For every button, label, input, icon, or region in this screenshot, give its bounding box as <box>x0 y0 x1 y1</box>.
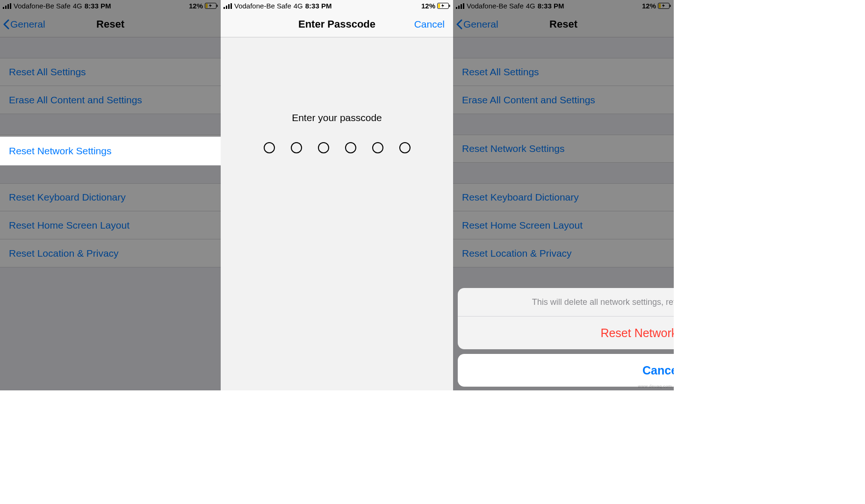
cell-label: Reset All Settings <box>9 66 86 78</box>
cell-reset-location-privacy[interactable]: Reset Location & Privacy <box>453 239 674 267</box>
cell-erase-all-content[interactable]: Erase All Content and Settings <box>0 86 221 114</box>
action-sheet-message: This will delete all network settings, r… <box>458 288 674 317</box>
cell-reset-network-settings[interactable]: Reset Network Settings <box>453 135 674 163</box>
cell-label: Reset All Settings <box>462 66 539 78</box>
svg-rect-0 <box>3 7 4 9</box>
cell-erase-all-content[interactable]: Erase All Content and Settings <box>453 86 674 114</box>
svg-rect-9 <box>228 4 230 9</box>
battery-icon <box>205 3 218 9</box>
passcode-dot[interactable] <box>399 142 411 153</box>
screen-enter-passcode: Vodafone-Be Safe 4G 8:33 PM 12% Enter Pa… <box>221 0 453 390</box>
svg-rect-5 <box>217 5 218 7</box>
nav-bar: Enter Passcode Cancel <box>221 12 453 37</box>
status-connection: 4G <box>526 2 535 10</box>
status-battery-pct: 12% <box>189 2 203 10</box>
nav-cancel-button[interactable]: Cancel <box>414 19 445 30</box>
status-bar: Vodafone-Be Safe 4G 8:33 PM 12% <box>0 0 221 12</box>
svg-rect-16 <box>461 4 462 9</box>
status-time: 8:33 PM <box>305 2 332 10</box>
svg-rect-6 <box>206 4 208 8</box>
passcode-dot[interactable] <box>345 142 356 153</box>
action-sheet-cancel-button[interactable]: Cancel <box>458 354 674 387</box>
cell-reset-home-screen-layout[interactable]: Reset Home Screen Layout <box>0 211 221 239</box>
battery-icon <box>658 3 671 9</box>
svg-rect-3 <box>10 3 11 9</box>
cell-reset-location-privacy[interactable]: Reset Location & Privacy <box>0 239 221 267</box>
cell-reset-all-settings[interactable]: Reset All Settings <box>453 58 674 86</box>
signal-icon <box>456 3 464 9</box>
signal-icon <box>223 3 232 9</box>
signal-icon <box>3 3 11 9</box>
status-time: 8:33 PM <box>538 2 564 10</box>
status-bar: Vodafone-Be Safe 4G 8:33 PM 12% <box>453 0 674 12</box>
svg-rect-19 <box>670 5 671 7</box>
svg-rect-13 <box>438 4 440 8</box>
status-connection: 4G <box>73 2 82 10</box>
svg-rect-7 <box>223 7 225 9</box>
passcode-dot[interactable] <box>318 142 329 153</box>
battery-icon <box>437 3 450 9</box>
svg-rect-14 <box>456 7 457 9</box>
passcode-dots <box>264 142 411 153</box>
status-battery-pct: 12% <box>642 2 656 10</box>
cell-label: Reset Location & Privacy <box>462 248 572 259</box>
status-carrier: Vodafone-Be Safe <box>234 2 291 10</box>
cell-reset-keyboard-dictionary[interactable]: Reset Keyboard Dictionary <box>0 183 221 211</box>
chevron-left-icon <box>3 19 9 29</box>
screen-reset-list: Vodafone-Be Safe 4G 8:33 PM 12% General … <box>0 0 221 390</box>
svg-rect-2 <box>7 4 9 9</box>
cell-reset-all-settings[interactable]: Reset All Settings <box>0 58 221 86</box>
chevron-left-icon <box>456 19 462 29</box>
cell-label: Erase All Content and Settings <box>462 94 595 106</box>
passcode-prompt: Enter your passcode <box>292 112 382 123</box>
svg-rect-17 <box>463 3 464 9</box>
passcode-dot[interactable] <box>264 142 275 153</box>
status-time: 8:33 PM <box>85 2 111 10</box>
status-carrier: Vodafone-Be Safe <box>467 2 524 10</box>
cell-label: Reset Network Settings <box>462 143 564 154</box>
highlighted-cell-reset-network[interactable]: Reset Network Settings <box>0 137 221 166</box>
cell-label: Reset Home Screen Layout <box>462 220 583 231</box>
status-connection: 4G <box>294 2 303 10</box>
status-carrier: Vodafone-Be Safe <box>14 2 71 10</box>
cell-label: Erase All Content and Settings <box>9 94 142 106</box>
nav-back-button[interactable]: General <box>453 19 498 30</box>
nav-bar: General Reset <box>453 12 674 37</box>
watermark: www.deuaq.com <box>638 384 672 389</box>
passcode-dot[interactable] <box>291 142 302 153</box>
svg-rect-10 <box>231 3 232 9</box>
svg-rect-8 <box>226 6 227 9</box>
passcode-dot[interactable] <box>372 142 383 153</box>
svg-rect-15 <box>458 6 460 9</box>
svg-rect-20 <box>659 4 661 8</box>
action-sheet: This will delete all network settings, r… <box>458 288 674 387</box>
svg-rect-1 <box>5 6 7 9</box>
cell-reset-home-screen-layout[interactable]: Reset Home Screen Layout <box>453 211 674 239</box>
cell-label: Reset Network Settings <box>9 145 111 157</box>
cell-reset-keyboard-dictionary[interactable]: Reset Keyboard Dictionary <box>453 183 674 211</box>
action-sheet-confirm-button[interactable]: Reset Network Settings <box>458 317 674 349</box>
nav-back-label: General <box>10 19 45 30</box>
cell-label: Reset Keyboard Dictionary <box>462 192 579 203</box>
svg-rect-12 <box>449 5 450 7</box>
screen-reset-confirm-sheet: Vodafone-Be Safe 4G 8:33 PM 12% General … <box>453 0 674 390</box>
cell-label: Reset Keyboard Dictionary <box>9 192 126 203</box>
cell-label: Reset Home Screen Layout <box>9 220 130 231</box>
status-battery-pct: 12% <box>421 2 435 10</box>
status-bar: Vodafone-Be Safe 4G 8:33 PM 12% <box>221 0 453 12</box>
cell-label: Reset Location & Privacy <box>9 248 119 259</box>
nav-back-button[interactable]: General <box>0 19 45 30</box>
nav-back-label: General <box>463 19 498 30</box>
nav-bar: General Reset <box>0 12 221 37</box>
